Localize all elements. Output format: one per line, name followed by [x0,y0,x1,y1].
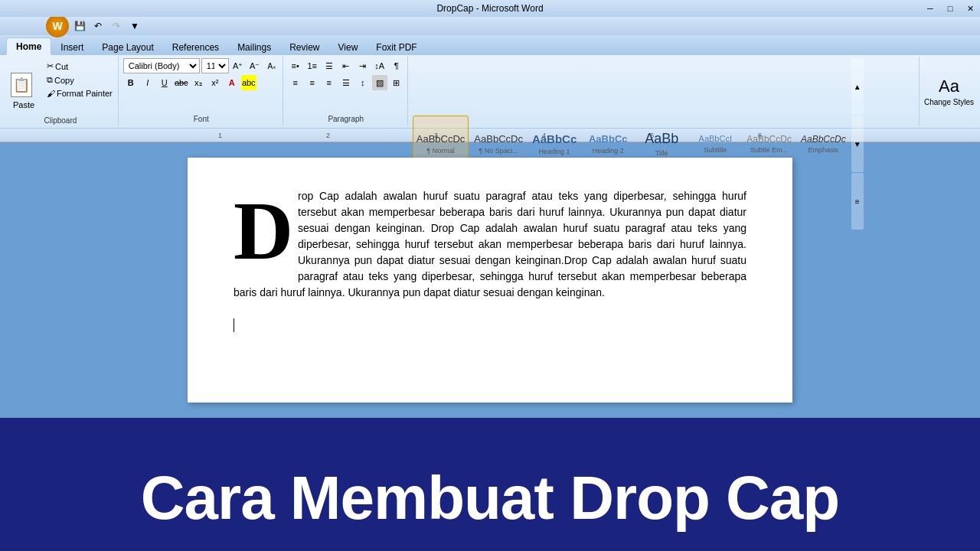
paragraph-text[interactable]: D rop Cap adalah awalan huruf suatu para… [234,188,746,301]
numbering-button[interactable]: 1≡ [305,58,320,73]
drop-cap-letter: D [234,190,293,272]
style-title-label: Title [655,149,668,157]
decrease-font-button[interactable]: A⁻ [247,58,263,73]
clipboard-label: Clipboard [44,116,77,125]
quick-access-toolbar: W 💾 ↶ ↷ ▼ [0,17,980,35]
tab-review[interactable]: Review [280,39,328,55]
tab-foxit-pdf[interactable]: Foxit PDF [367,39,426,55]
tab-view[interactable]: View [329,39,368,55]
align-left-button[interactable]: ≡ [288,75,303,90]
clipboard-mini-buttons: ✂ Cut ⧉ Copy 🖌 Format Painter [44,58,115,116]
document-page: D rop Cap adalah awalan huruf suatu para… [188,158,792,403]
font-name-select[interactable]: Calibri (Body) [123,58,200,73]
subscript-button[interactable]: x₂ [191,75,206,90]
style-subtitle-label: Subtitle [704,146,727,154]
style-heading1-label: Heading 1 [539,148,570,155]
styles-group: AaBbCcDc ¶ Normal AaBbCcDc ¶ No Spaci...… [410,57,920,126]
save-button[interactable]: 💾 [72,18,87,34]
align-center-button[interactable]: ≡ [305,75,320,90]
styles-expand[interactable]: ≡ [851,173,864,230]
superscript-button[interactable]: x² [207,75,223,90]
align-right-button[interactable]: ≡ [322,75,337,90]
bold-button[interactable]: B [123,75,139,90]
change-styles-label: Change Styles [924,98,974,106]
shading-button[interactable]: ▧ [372,75,387,90]
change-styles-button[interactable]: Aa Change Styles [921,57,977,126]
empty-paragraph[interactable] [234,316,746,334]
line-spacing-button[interactable]: ↕ [355,75,371,90]
format-painter-button[interactable]: 🖌 Format Painter [44,87,115,99]
highlight-button[interactable]: abc [241,75,256,90]
show-marks-button[interactable]: ¶ [389,58,404,73]
font-size-select[interactable]: 11 [201,58,229,73]
banner-text: Cara Membuat Drop Cap [141,463,839,533]
underline-button[interactable]: U [157,75,172,90]
font-group-label: Font [194,115,209,123]
bottom-banner: Cara Membuat Drop Cap [0,418,980,551]
increase-indent-button[interactable]: ⇥ [355,58,371,73]
title-bar: DropCap - Microsoft Word ─ □ ✕ [0,0,980,17]
style-normal-label: ¶ Normal [426,147,454,155]
ribbon: 📋 Paste ✂ Cut ⧉ Copy 🖌 Format Painter [0,55,980,129]
sort-button[interactable]: ↕A [372,58,387,73]
copy-button[interactable]: ⧉ Copy [44,73,115,86]
clipboard-group: 📋 Paste ✂ Cut ⧉ Copy 🖌 Format Painter [3,57,119,126]
style-heading2-label: Heading 2 [593,147,624,155]
paragraph-group: ≡• 1≡ ☰ ⇤ ⇥ ↕A ¶ ≡ ≡ ≡ ☰ ↕ ▧ ⊞ Paragraph [285,57,408,126]
style-emphasis-preview: AaBbCcDc [801,134,846,145]
multilevel-list-button[interactable]: ☰ [322,58,337,73]
cut-button[interactable]: ✂ Cut [44,60,115,73]
paste-button[interactable]: 📋 Paste [6,58,41,116]
change-styles-icon: Aa [939,77,959,96]
style-no-spacing-label: ¶ No Spaci... [479,147,518,155]
font-color-button[interactable]: A [224,75,240,90]
paragraph-with-drop-cap: D rop Cap adalah awalan huruf suatu para… [234,188,746,301]
paragraph-group-label: Paragraph [328,115,364,123]
office-button[interactable]: W [46,15,69,37]
justify-button[interactable]: ☰ [338,75,354,90]
window-controls: ─ □ ✕ [920,0,980,17]
font-group: Calibri (Body) 11 A⁺ A⁻ Aₓ B I U abc x₂ … [120,57,283,126]
styles-scroll-up[interactable]: ▲ [851,58,864,115]
paintbrush-icon: 🖌 [47,89,55,98]
style-subtle-em-label: Subtle Em... [750,146,788,154]
ribbon-tab-bar: Home Insert Page Layout References Maili… [0,35,980,55]
redo-button[interactable]: ↷ [109,18,124,34]
styles-scroll-controls: ▲ ▼ ≡ [851,58,864,230]
paste-label: Paste [13,100,34,109]
styles-scroll-down[interactable]: ▼ [851,116,864,172]
minimize-button[interactable]: ─ [920,0,940,17]
borders-button[interactable]: ⊞ [389,75,404,90]
tab-insert[interactable]: Insert [51,39,93,55]
increase-font-button[interactable]: A⁺ [230,58,246,73]
tab-home[interactable]: Home [6,37,51,55]
scissors-icon: ✂ [47,61,54,71]
tab-page-layout[interactable]: Page Layout [93,39,162,55]
tab-mailings[interactable]: Mailings [228,39,280,55]
close-button[interactable]: ✕ [960,0,980,17]
strikethrough-button[interactable]: abc [174,75,189,90]
tab-references[interactable]: References [163,39,228,55]
paragraph-body: rop Cap adalah awalan huruf suatu paragr… [234,190,746,298]
customize-button[interactable]: ▼ [127,18,142,34]
clear-formatting-button[interactable]: Aₓ [264,58,279,73]
undo-button[interactable]: ↶ [90,18,106,34]
text-cursor [234,318,234,332]
maximize-button[interactable]: □ [940,0,960,17]
copy-icon: ⧉ [47,75,53,85]
bullets-button[interactable]: ≡• [288,58,303,73]
decrease-indent-button[interactable]: ⇤ [338,58,354,73]
window-title: DropCap - Microsoft Word [436,3,543,14]
style-emphasis-label: Emphasis [808,146,839,154]
style-emphasis[interactable]: AaBbCcDc Emphasis [797,116,850,172]
italic-button[interactable]: I [140,75,155,90]
